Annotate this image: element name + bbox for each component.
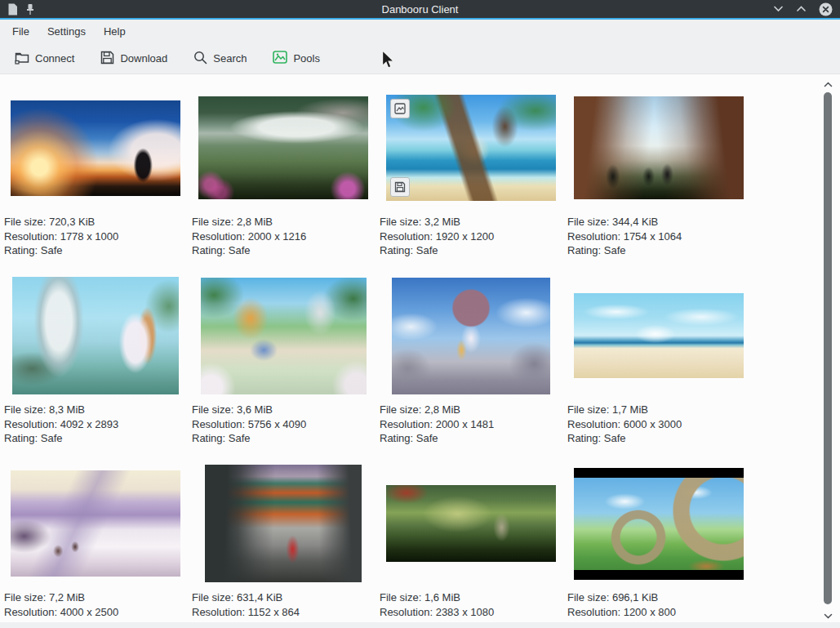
item-caption: File size: 631,4 KiB Resolution: 1152 x … [190, 590, 378, 622]
gallery-item: File size: 1,6 MiB Resolution: 2383 x 10… [378, 452, 566, 622]
resolution-text: Resolution: 2383 x 1080 [380, 605, 566, 620]
rating-text: Rating: Safe [567, 243, 753, 258]
gallery-item: File size: 3,6 MiB Resolution: 5756 x 40… [190, 264, 378, 452]
file-size-text: File size: 1,6 MiB [380, 590, 566, 605]
thumbnail-sunset-silhouette[interactable] [11, 100, 180, 196]
file-size-text: File size: 1,7 MiB [567, 403, 753, 417]
item-caption: File size: 2,8 MiB Resolution: 2000 x 12… [190, 215, 378, 258]
resolution-text: Resolution: 1778 x 1000 [4, 229, 190, 244]
thumbnail-spiral-tower-girl[interactable] [12, 277, 179, 394]
connect-button[interactable]: Connect [7, 46, 82, 72]
file-size-text: File size: 7,2 MiB [4, 590, 190, 605]
rating-text: Rating: Safe [192, 243, 378, 258]
gallery-item: File size: 696,1 KiB Resolution: 1200 x … [566, 452, 753, 622]
menu-file[interactable]: File [3, 20, 38, 42]
pools-label: Pools [293, 52, 320, 65]
item-caption: File size: 7,2 MiB Resolution: 4000 x 25… [2, 590, 190, 622]
file-size-text: File size: 3,2 MiB [380, 215, 566, 229]
pools-image-icon [273, 51, 287, 66]
connect-label: Connect [35, 52, 74, 65]
thumbnail-beach-panorama[interactable] [574, 293, 744, 378]
resolution-text: Resolution: 2000 x 1481 [380, 417, 566, 432]
file-size-text: File size: 720,3 KiB [4, 215, 190, 229]
item-caption: File size: 1,6 MiB Resolution: 2383 x 10… [378, 590, 566, 622]
rating-text: Rating: Safe [4, 243, 190, 258]
save-disk-icon [100, 51, 114, 67]
resolution-text: Resolution: 1920 x 1200 [380, 229, 566, 244]
file-size-text: File size: 696,1 KiB [567, 590, 753, 605]
scroll-down-icon[interactable] [822, 609, 833, 622]
window-title: Danbooru Client [0, 3, 840, 16]
download-label: Download [120, 52, 167, 65]
thumbnail-parasol-girl[interactable] [392, 278, 550, 394]
rating-text: Rating: Safe [567, 431, 753, 446]
pools-button[interactable]: Pools [264, 46, 328, 71]
gallery-item: File size: 3,2 MiB Resolution: 1920 x 12… [378, 76, 566, 264]
thumbnail-beach-palm-girl[interactable] [386, 95, 556, 201]
item-caption: File size: 720,3 KiB Resolution: 1778 x … [2, 215, 190, 258]
gallery-item: File size: 2,8 MiB Resolution: 2000 x 12… [190, 76, 378, 264]
app-window: Danbooru Client File Settings Help [0, 0, 840, 628]
gallery-item: File size: 1,7 MiB Resolution: 6000 x 30… [566, 264, 753, 452]
rating-text: Rating: Safe [4, 431, 190, 446]
resolution-text: Resolution: 4092 x 2893 [4, 417, 190, 432]
item-caption: File size: 3,2 MiB Resolution: 1920 x 12… [378, 215, 566, 258]
thumbnail-canyon-figures[interactable] [574, 96, 744, 199]
scrollbar-thumb[interactable] [824, 92, 832, 604]
thumbnail-forest-torii[interactable] [386, 485, 556, 562]
save-icon [394, 181, 406, 193]
network-folder-icon [15, 51, 29, 67]
file-size-text: File size: 631,4 KiB [192, 590, 378, 605]
thumbnail-grid: File size: 720,3 KiB Resolution: 1778 x … [0, 76, 840, 622]
search-icon [193, 51, 207, 67]
maximize-button[interactable] [796, 6, 807, 12]
rating-text: Rating: Safe [380, 243, 566, 258]
preview-icon [394, 103, 406, 114]
resolution-text: Resolution: 1152 x 864 [192, 605, 378, 620]
rating-text: Rating: Safe [192, 431, 378, 446]
item-caption: File size: 3,6 MiB Resolution: 5756 x 40… [190, 403, 378, 446]
menu-settings[interactable]: Settings [38, 20, 95, 42]
resolution-text: Resolution: 6000 x 3000 [567, 417, 753, 432]
thumbnail-arch-landscape[interactable] [574, 468, 744, 580]
resolution-text: Resolution: 2000 x 1216 [192, 229, 378, 244]
resolution-text: Resolution: 4000 x 2500 [4, 605, 190, 620]
titlebar: Danbooru Client [0, 0, 840, 20]
file-size-text: File size: 2,8 MiB [192, 215, 378, 229]
search-button[interactable]: Search [185, 46, 255, 72]
gallery-item: File size: 2,8 MiB Resolution: 2000 x 14… [378, 264, 566, 452]
download-overlay-button[interactable] [390, 177, 410, 197]
file-size-text: File size: 8,3 MiB [4, 403, 190, 417]
toolbar: Connect Download Search [0, 43, 840, 74]
item-caption: File size: 1,7 MiB Resolution: 6000 x 30… [566, 403, 753, 446]
vertical-scrollbar[interactable] [822, 76, 833, 622]
shade-button[interactable] [773, 6, 784, 12]
scroll-up-icon[interactable] [822, 78, 833, 91]
search-label: Search [213, 52, 247, 65]
file-size-text: File size: 2,8 MiB [380, 403, 566, 417]
gallery-item: File size: 631,4 KiB Resolution: 1152 x … [190, 452, 378, 622]
file-size-text: File size: 344,4 KiB [567, 215, 753, 229]
item-caption: File size: 2,8 MiB Resolution: 2000 x 14… [378, 403, 566, 446]
rating-text: Rating: Safe [380, 431, 566, 446]
thumbnail-picnic-girls[interactable] [201, 278, 367, 394]
close-button[interactable] [819, 2, 833, 16]
gallery-item: File size: 8,3 MiB Resolution: 4092 x 28… [2, 264, 190, 452]
menu-help[interactable]: Help [95, 20, 135, 42]
gallery-item: File size: 7,2 MiB Resolution: 4000 x 25… [2, 452, 190, 622]
file-size-text: File size: 3,6 MiB [192, 403, 378, 417]
gallery-item: File size: 720,3 KiB Resolution: 1778 x … [2, 76, 190, 264]
resolution-text: Resolution: 1200 x 800 [567, 605, 753, 620]
thumbnail-snow-mountains[interactable] [11, 470, 180, 577]
resolution-text: Resolution: 5756 x 4090 [192, 417, 378, 432]
gallery-item: File size: 344,4 KiB Resolution: 1754 x … [566, 76, 753, 264]
preview-overlay-button[interactable] [390, 99, 410, 118]
menubar: File Settings Help [0, 20, 840, 43]
item-caption: File size: 696,1 KiB Resolution: 1200 x … [566, 590, 753, 622]
item-caption: File size: 344,4 KiB Resolution: 1754 x … [566, 215, 753, 258]
gallery-view: File size: 720,3 KiB Resolution: 1778 x … [0, 76, 840, 622]
thumbnail-shrine-maiden[interactable] [205, 465, 362, 582]
download-button[interactable]: Download [92, 46, 176, 72]
window-bottom-margin [0, 622, 840, 628]
thumbnail-forest-path[interactable] [198, 96, 368, 199]
